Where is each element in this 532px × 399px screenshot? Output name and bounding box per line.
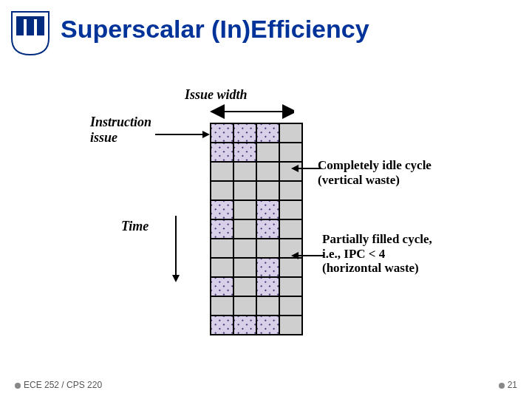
svg-rect-36: [257, 259, 279, 276]
grid-cell: [279, 258, 302, 277]
footer-course: ECE 252 / CPS 220: [15, 380, 102, 390]
grid-cell: [256, 143, 279, 162]
bullet-icon: [499, 383, 505, 389]
time-arrow: [170, 216, 182, 282]
grid-cell: [256, 123, 279, 143]
grid-cell: [256, 296, 279, 316]
grid-cell: [256, 277, 279, 296]
svg-rect-15: [257, 124, 279, 142]
idle-cycle-arrow: [291, 164, 321, 173]
svg-rect-27: [257, 201, 279, 219]
grid-cell: [233, 316, 256, 335]
grid-cell: [279, 296, 302, 316]
grid-cell: [256, 316, 279, 335]
grid-cell: [211, 219, 233, 239]
svg-rect-45: [211, 316, 233, 334]
svg-rect-24: [211, 201, 233, 219]
grid-cell: [211, 277, 233, 296]
grid-cell: [211, 316, 233, 335]
svg-rect-33: [257, 220, 279, 238]
partial-cycle-annotation: Partially filled cycle, i.e., IPC < 4 (h…: [322, 232, 432, 276]
grid-cell: [233, 258, 256, 277]
page-title: Superscalar (In)Efficiency: [61, 15, 369, 44]
grid-cell: [211, 239, 233, 258]
time-label: Time: [121, 219, 149, 234]
grid-cell: [256, 258, 279, 277]
grid-cell: [233, 239, 256, 258]
instruction-issue-label: Instruction issue: [90, 115, 151, 145]
grid-cell: [256, 162, 279, 181]
svg-rect-39: [211, 278, 233, 296]
grid-cell: [279, 123, 302, 143]
grid-cell: [279, 277, 302, 296]
grid-cell: [211, 200, 233, 219]
grid-cell: [279, 316, 302, 335]
duke-shield-logo: [10, 10, 50, 56]
svg-rect-42: [257, 278, 279, 296]
page-number: 21: [499, 380, 517, 390]
grid-cell: [256, 219, 279, 239]
instruction-issue-arrow: [155, 130, 210, 139]
grid-cell: [233, 200, 256, 219]
grid-cell: [233, 143, 256, 162]
grid-cell: [233, 296, 256, 316]
grid-cell: [211, 296, 233, 316]
svg-rect-48: [234, 316, 256, 334]
svg-rect-21: [234, 143, 256, 161]
grid-cell: [233, 181, 256, 200]
svg-rect-3: [16, 16, 44, 19]
grid-cell: [211, 162, 233, 181]
grid-cell: [233, 123, 256, 143]
grid-cell: [211, 143, 233, 162]
issue-width-arrow: [191, 103, 294, 120]
svg-rect-18: [211, 143, 233, 161]
grid-cell: [256, 181, 279, 200]
grid-cell: [256, 200, 279, 219]
svg-rect-30: [211, 220, 233, 238]
grid-cell: [256, 239, 279, 258]
svg-rect-9: [211, 124, 233, 142]
grid-cell: [211, 258, 233, 277]
grid-cell: [211, 123, 233, 143]
grid-cell: [233, 162, 256, 181]
grid-cell: [211, 181, 233, 200]
issue-grid: [210, 123, 303, 335]
bullet-icon: [15, 383, 21, 389]
svg-rect-12: [234, 124, 256, 142]
grid-cell: [279, 200, 302, 219]
grid-cell: [233, 219, 256, 239]
grid-cell: [279, 181, 302, 200]
issue-width-label: Issue width: [185, 87, 248, 103]
partial-cycle-arrow: [291, 251, 324, 260]
grid-cell: [279, 143, 302, 162]
idle-cycle-annotation: Completely idle cycle (vertical waste): [318, 158, 432, 187]
grid-cell: [279, 219, 302, 239]
svg-rect-51: [257, 316, 279, 334]
grid-cell: [233, 277, 256, 296]
